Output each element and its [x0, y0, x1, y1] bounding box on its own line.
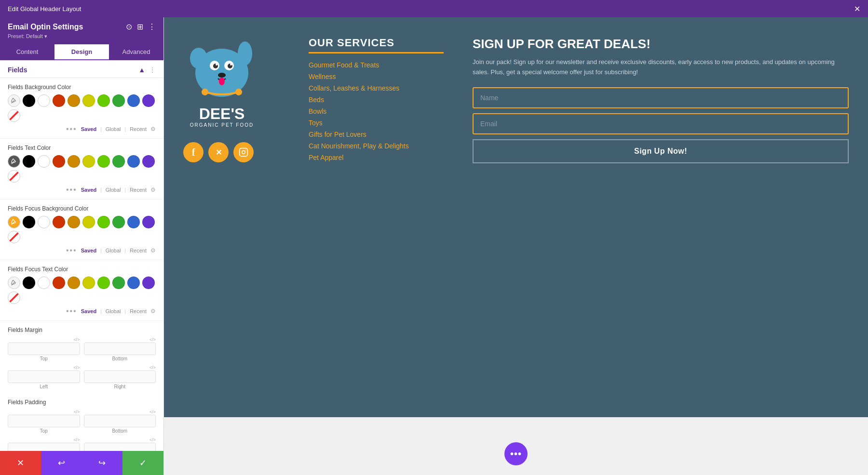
service-link-3[interactable]: Beds [309, 96, 444, 104]
section-more-icon[interactable]: ⋮ [149, 66, 156, 74]
dots-3[interactable]: ••• [66, 246, 77, 255]
swatch-green-2[interactable] [112, 155, 125, 168]
swatch-blue-3[interactable] [127, 216, 140, 228]
save-button[interactable]: ✓ [122, 451, 163, 475]
swatch-blue-1[interactable] [127, 94, 140, 107]
service-link-6[interactable]: Gifts for Pet Lovers [309, 131, 444, 138]
dots-4[interactable]: ••• [66, 307, 77, 316]
swatch-slash-4[interactable] [8, 291, 20, 304]
padding-top-input[interactable] [8, 415, 80, 427]
swatch-purple-3[interactable] [142, 216, 155, 228]
swatch-purple-4[interactable] [142, 277, 155, 289]
more-icon[interactable]: ⋮ [148, 22, 156, 31]
swatch-lime-3[interactable] [97, 216, 110, 228]
swatch-red-4[interactable] [53, 277, 65, 289]
service-link-7[interactable]: Cat Nourishment, Play & Delights [309, 142, 444, 150]
saved-tab-3[interactable]: Saved [81, 248, 96, 253]
floating-options-button[interactable]: ••• [504, 442, 528, 465]
margin-left-input[interactable] [8, 370, 80, 383]
recent-tab-2[interactable]: Recent [130, 187, 147, 193]
cancel-button[interactable]: ✕ [0, 451, 41, 475]
service-link-8[interactable]: Pet Apparel [309, 154, 444, 161]
swatch-yellow-2[interactable] [82, 155, 95, 168]
swatch-orange-3[interactable] [68, 216, 80, 228]
swatch-lime-2[interactable] [97, 155, 110, 168]
swatch-lime-1[interactable] [97, 94, 110, 107]
swatch-green-3[interactable] [112, 216, 125, 228]
swatch-slash-1[interactable] [8, 109, 20, 122]
swatch-orange-4[interactable] [68, 277, 80, 289]
undo-button[interactable]: ↩ [41, 451, 82, 475]
settings-gear-1[interactable]: ⚙ [150, 126, 156, 132]
redo-button[interactable]: ↪ [82, 451, 123, 475]
swatch-red-2[interactable] [53, 155, 65, 168]
swatch-yellow-1[interactable] [82, 94, 95, 107]
twitter-x-icon[interactable]: ✕ [208, 142, 229, 162]
settings-gear-4[interactable]: ⚙ [150, 308, 156, 315]
padding-right-input[interactable] [84, 443, 156, 451]
global-tab-2[interactable]: Global [106, 187, 121, 193]
facebook-icon[interactable]: f [183, 142, 203, 162]
swatch-black-1[interactable] [23, 94, 35, 107]
saved-tab-4[interactable]: Saved [81, 308, 96, 314]
fields-focus-bg-eyedropper[interactable] [8, 216, 20, 228]
swatch-green-1[interactable] [112, 94, 125, 107]
swatch-lime-4[interactable] [97, 277, 110, 289]
swatch-black-3[interactable] [23, 216, 35, 228]
global-tab-1[interactable]: Global [106, 126, 121, 132]
focus-icon[interactable]: ⊙ [126, 22, 132, 31]
global-tab-3[interactable]: Global [106, 248, 121, 253]
swatch-red-1[interactable] [53, 94, 65, 107]
close-button[interactable]: ✕ [854, 4, 860, 13]
global-tab-4[interactable]: Global [106, 308, 121, 314]
swatch-yellow-3[interactable] [82, 216, 95, 228]
collapse-icon[interactable]: ▲ [138, 66, 145, 74]
swatch-white-2[interactable] [38, 155, 50, 168]
margin-right-input[interactable] [84, 370, 156, 383]
swatch-slash-2[interactable] [8, 170, 20, 183]
fields-text-eyedropper[interactable] [8, 155, 20, 168]
service-link-0[interactable]: Gourmet Food & Treats [309, 61, 444, 69]
padding-left-input[interactable] [8, 443, 80, 451]
swatch-white-4[interactable] [38, 277, 50, 289]
settings-gear-2[interactable]: ⚙ [150, 186, 156, 193]
recent-tab-3[interactable]: Recent [130, 248, 147, 253]
newsletter-name-input[interactable] [473, 87, 849, 108]
swatch-white-1[interactable] [38, 94, 50, 107]
saved-tab-1[interactable]: Saved [81, 126, 96, 132]
swatch-orange-1[interactable] [68, 94, 80, 107]
margin-bottom-input[interactable] [84, 343, 156, 355]
settings-gear-3[interactable]: ⚙ [150, 247, 156, 254]
swatch-yellow-4[interactable] [82, 277, 95, 289]
dots-1[interactable]: ••• [66, 125, 77, 133]
swatch-white-3[interactable] [38, 216, 50, 228]
recent-tab-1[interactable]: Recent [130, 126, 147, 132]
swatch-purple-2[interactable] [142, 155, 155, 168]
swatch-blue-2[interactable] [127, 155, 140, 168]
tab-design[interactable]: Design [54, 44, 109, 60]
swatch-black-4[interactable] [23, 277, 35, 289]
saved-tab-2[interactable]: Saved [81, 187, 96, 193]
swatch-red-3[interactable] [53, 216, 65, 228]
service-link-5[interactable]: Toys [309, 119, 444, 127]
newsletter-email-input[interactable] [473, 113, 849, 134]
recent-tab-4[interactable]: Recent [130, 308, 147, 314]
margin-top-input[interactable] [8, 343, 80, 355]
fields-bg-eyedropper[interactable] [8, 94, 20, 107]
layout-icon[interactable]: ⊞ [137, 22, 143, 31]
swatch-green-4[interactable] [112, 277, 125, 289]
newsletter-submit-button[interactable]: Sign Up Now! [473, 139, 849, 163]
preset-label[interactable]: Preset: Default ▾ [8, 33, 156, 40]
swatch-purple-1[interactable] [142, 94, 155, 107]
service-link-2[interactable]: Collars, Leashes & Harnesses [309, 84, 444, 92]
dots-2[interactable]: ••• [66, 185, 77, 194]
service-link-4[interactable]: Bowls [309, 107, 444, 115]
swatch-orange-2[interactable] [68, 155, 80, 168]
swatch-slash-3[interactable] [8, 231, 20, 243]
swatch-blue-4[interactable] [127, 277, 140, 289]
instagram-icon[interactable] [233, 142, 254, 162]
fields-focus-text-eyedropper[interactable] [8, 277, 20, 289]
padding-bottom-input[interactable] [84, 415, 156, 427]
tab-content[interactable]: Content [0, 44, 54, 60]
tab-advanced[interactable]: Advanced [109, 44, 163, 60]
